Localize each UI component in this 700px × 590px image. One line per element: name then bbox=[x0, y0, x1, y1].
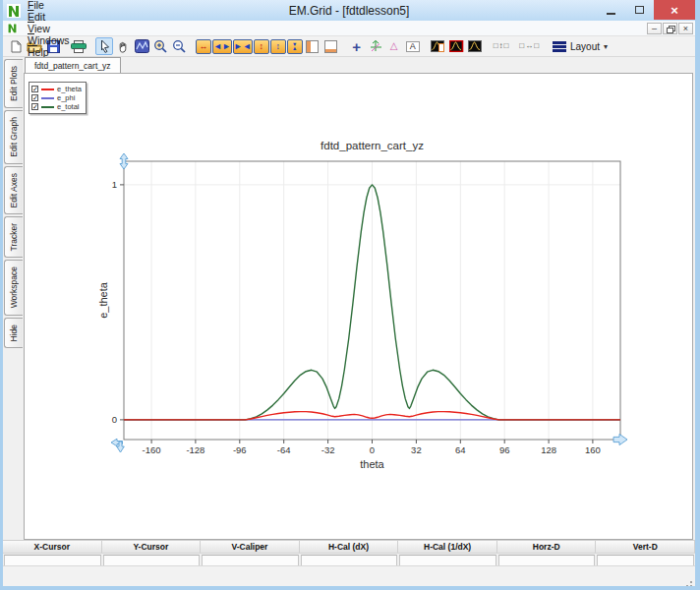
titlebar: EM.Grid - [fdtdlesson5] × bbox=[3, 0, 695, 21]
x-axis-label: theta bbox=[360, 458, 384, 470]
y-tick-label: 1 bbox=[112, 179, 117, 190]
layout-dropdown[interactable]: Layout ▾ bbox=[548, 39, 612, 54]
left-margin-icon[interactable] bbox=[304, 37, 321, 55]
bottom-margin-icon[interactable] bbox=[322, 37, 340, 55]
mdi-close-button[interactable]: × bbox=[678, 23, 693, 34]
side-tab-edit-axes[interactable]: Edit Axes bbox=[4, 166, 23, 214]
plot-title: fdtd_pattern_cart_yz bbox=[321, 140, 424, 151]
document-tab-row: fdtd_pattern_cart_yz bbox=[24, 57, 694, 73]
center-x-icon[interactable]: ►◄ bbox=[233, 39, 253, 54]
resize-grip-icon[interactable] bbox=[690, 581, 692, 583]
close-button[interactable]: × bbox=[654, 0, 695, 20]
shrink-y-icon[interactable]: ↕ bbox=[270, 39, 286, 54]
fit-height-icon: □↕□ bbox=[494, 42, 510, 50]
side-tab-edit-plots[interactable]: Edit Plots bbox=[4, 59, 23, 108]
x-tick-label: -160 bbox=[143, 444, 161, 455]
fit-width-icon[interactable]: □↔□ bbox=[518, 37, 541, 55]
angle-tool-icon[interactable]: △ bbox=[385, 37, 403, 55]
menu-windows[interactable]: Windows bbox=[22, 34, 76, 46]
zoom-in-icon[interactable] bbox=[151, 37, 169, 55]
crosshair-tool-icon[interactable]: + bbox=[348, 37, 366, 55]
legend-checkbox-e_phi[interactable]: ✓ bbox=[31, 94, 38, 101]
expand-x-icon: ↔ bbox=[200, 42, 208, 51]
app-window: EM.Grid - [fdtdlesson5] × FileEditViewWi… bbox=[0, 0, 700, 590]
legend-checkbox-e_total[interactable]: ✓ bbox=[31, 103, 38, 110]
legend-row-e_phi[interactable]: ✓e_phi bbox=[31, 93, 82, 102]
close-icon: × bbox=[671, 3, 678, 18]
x-tick-label: -64 bbox=[277, 444, 291, 455]
side-tab-strip: Edit PlotsEdit GraphEdit AxesTrackerWork… bbox=[3, 57, 24, 540]
document-area: fdtd_pattern_cart_yz -160-128-96-64-3203… bbox=[24, 57, 694, 540]
center-y-icon[interactable]: ▼▲ bbox=[287, 39, 303, 54]
client-area: Edit PlotsEdit GraphEdit AxesTrackerWork… bbox=[3, 57, 695, 540]
plot-canvas[interactable]: -160-128-96-64-32032649612816001fdtd_pat… bbox=[24, 73, 693, 540]
side-tab-label: Workspace bbox=[9, 266, 19, 308]
side-tab-hide[interactable]: Hide bbox=[4, 318, 23, 348]
menu-view[interactable]: View bbox=[22, 23, 76, 34]
x-tick-label: 160 bbox=[585, 444, 601, 455]
plot-window-icon[interactable] bbox=[467, 37, 485, 55]
export-plot-icon[interactable] bbox=[430, 37, 447, 55]
readout-header-2: V-Caliper bbox=[201, 541, 300, 553]
legend-label: e_total bbox=[57, 102, 80, 111]
legend-row-e_theta[interactable]: ✓e_theta bbox=[31, 85, 82, 93]
legend-swatch-e_total bbox=[41, 106, 54, 108]
x-axis-handle[interactable] bbox=[613, 434, 627, 444]
toolbar-icons: ↔◄►►◄↕↕▼▲+△A□↕□□↔□ bbox=[7, 37, 542, 55]
plot-window-active-icon[interactable] bbox=[448, 37, 466, 55]
document-tab-label: fdtd_pattern_cart_yz bbox=[34, 61, 111, 71]
readout-headers: X-CursorY-CursorV-CaliperH-Cal (dX)H-Cal… bbox=[3, 541, 695, 554]
angle-tool-icon: △ bbox=[390, 41, 398, 51]
shrink-x-icon: ◄► bbox=[213, 42, 231, 51]
side-tab-edit-graph[interactable]: Edit Graph bbox=[4, 110, 23, 164]
document-tab[interactable]: fdtd_pattern_cart_yz bbox=[25, 57, 121, 73]
expand-y-icon[interactable]: ↕ bbox=[254, 39, 269, 54]
pan-hand-icon[interactable] bbox=[114, 37, 132, 55]
fit-width-icon: □↔□ bbox=[519, 42, 540, 50]
crosshair-tool-icon: + bbox=[352, 39, 361, 54]
plot-svg[interactable]: -160-128-96-64-32032649612816001fdtd_pat… bbox=[25, 74, 692, 539]
legend-label: e_theta bbox=[57, 85, 82, 93]
expand-x-icon[interactable]: ↔ bbox=[196, 39, 211, 54]
x-tick-label: 32 bbox=[411, 444, 422, 455]
y-axis-label: e_theta bbox=[97, 281, 109, 319]
mdi-close-icon: × bbox=[683, 25, 688, 33]
side-tab-label: Edit Graph bbox=[9, 117, 19, 157]
toolbar: ↔◄►►◄↕↕▼▲+△A□↕□□↔□ Layout ▾ bbox=[3, 36, 695, 57]
zoom-out-icon[interactable] bbox=[170, 37, 188, 55]
readout-header-5: Horz-D bbox=[497, 541, 597, 553]
mdi-restore-icon bbox=[667, 26, 673, 31]
shrink-x-icon[interactable]: ◄► bbox=[212, 39, 232, 54]
side-tab-tracker[interactable]: Tracker bbox=[4, 216, 23, 259]
menu-help[interactable]: Help bbox=[22, 46, 76, 58]
expand-y-icon: ↕ bbox=[259, 42, 263, 51]
text-tool-icon[interactable]: A bbox=[404, 37, 422, 55]
readout-header-6: Vert-D bbox=[596, 541, 695, 553]
x-tick-label: -128 bbox=[186, 444, 204, 455]
minimize-icon bbox=[607, 13, 615, 15]
readout-header-4: H-Cal (1/dX) bbox=[398, 541, 497, 553]
maximize-button[interactable] bbox=[625, 0, 654, 20]
mdi-minimize-button[interactable]: – bbox=[647, 23, 662, 34]
plot-legend[interactable]: ✓e_theta✓e_phi✓e_total bbox=[29, 82, 87, 114]
readout-header-0: X-Cursor bbox=[3, 541, 102, 553]
legend-checkbox-e_theta[interactable]: ✓ bbox=[31, 86, 38, 92]
x-tick-label: 64 bbox=[455, 444, 466, 455]
axes-tool-icon[interactable] bbox=[367, 37, 384, 55]
mdi-minimize-icon: – bbox=[652, 25, 657, 33]
legend-row-e_total[interactable]: ✓e_total bbox=[31, 102, 82, 111]
menu-edit[interactable]: Edit bbox=[22, 11, 76, 23]
x-tick-label: 96 bbox=[499, 444, 510, 455]
x-tick-label: -96 bbox=[233, 444, 247, 455]
side-tab-workspace[interactable]: Workspace bbox=[4, 260, 23, 315]
window-controls: × bbox=[597, 0, 695, 20]
y-tick-label: 0 bbox=[112, 414, 117, 425]
menu-file[interactable]: File bbox=[22, 0, 76, 11]
mdi-restore-button[interactable] bbox=[663, 23, 677, 34]
minimize-button[interactable] bbox=[597, 0, 625, 20]
fit-height-icon[interactable]: □↕□ bbox=[493, 37, 511, 55]
cursor-readout-bar: X-CursorY-CursorV-CaliperH-Cal (dX)H-Cal… bbox=[3, 540, 695, 565]
plot-pan-icon[interactable] bbox=[133, 37, 150, 55]
pointer-tool-icon[interactable] bbox=[95, 37, 113, 55]
side-tab-label: Hide bbox=[9, 324, 19, 341]
